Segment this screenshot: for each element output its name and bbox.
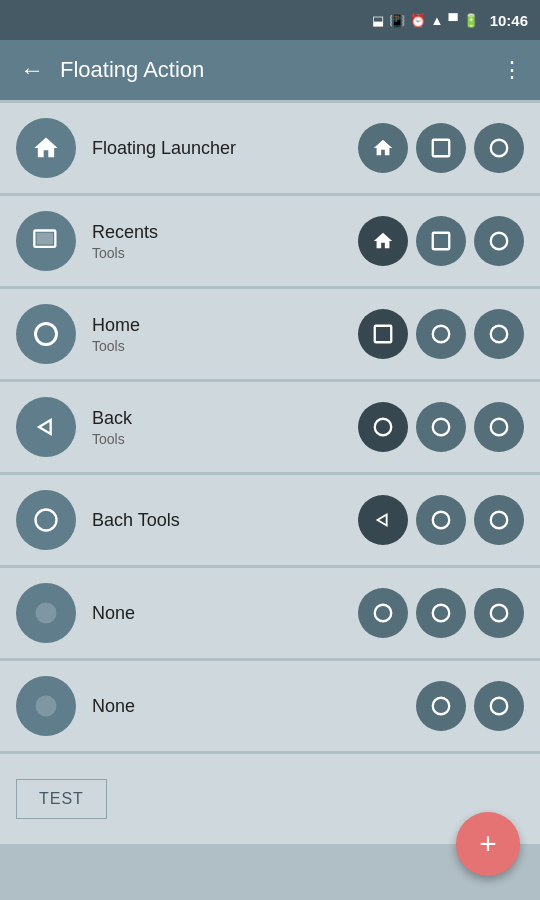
list-item[interactable]: None	[0, 568, 540, 658]
ctrl-square[interactable]	[416, 123, 466, 173]
bach-icon	[32, 506, 60, 534]
svg-point-12	[433, 419, 450, 436]
bluetooth-icon: ⬓	[372, 13, 384, 28]
ctrl-circle-6[interactable]	[416, 402, 466, 452]
item-controls	[358, 588, 524, 638]
svg-rect-7	[375, 326, 392, 343]
item-title: Back	[92, 408, 358, 429]
battery-icon: 🔋	[463, 13, 479, 28]
circle-icon-13	[430, 695, 452, 717]
circle-icon-14	[488, 695, 510, 717]
item-subtitle: Tools	[92, 338, 358, 354]
back-ctrl-icon	[372, 509, 394, 531]
content-area: Floating Launcher Recents Tools	[0, 103, 540, 844]
ctrl-circle-4[interactable]	[474, 309, 524, 359]
svg-rect-3	[37, 233, 53, 245]
svg-rect-0	[433, 140, 450, 157]
item-icon-recents	[16, 211, 76, 271]
status-time: 10:46	[490, 12, 528, 29]
svg-point-22	[36, 696, 57, 717]
svg-point-19	[375, 605, 392, 622]
page-title: Floating Action	[60, 57, 489, 83]
top-bar: ← Floating Action ⋮	[0, 40, 540, 100]
test-button[interactable]: TEST	[16, 779, 107, 819]
svg-marker-10	[39, 420, 51, 434]
circle-ctrl-icon	[488, 137, 510, 159]
status-bar: ⬓ 📳 ⏰ ▲ ▀ 🔋 10:46	[0, 0, 540, 40]
circle-icon-7	[488, 416, 510, 438]
svg-point-18	[36, 603, 57, 624]
square-ctrl-icon	[430, 137, 452, 159]
svg-point-23	[433, 698, 450, 715]
signal-icon: ▀	[448, 13, 457, 28]
fab-add-button[interactable]: +	[456, 812, 520, 876]
svg-point-21	[491, 605, 508, 622]
item-title: None	[92, 603, 358, 624]
svg-point-13	[491, 419, 508, 436]
ctrl-circle-8[interactable]	[416, 495, 466, 545]
square-icon-3	[372, 323, 394, 345]
ctrl-circle-10[interactable]	[358, 588, 408, 638]
item-subtitle: Tools	[92, 245, 358, 261]
list-item[interactable]: Home Tools	[0, 289, 540, 379]
item-controls	[358, 123, 524, 173]
item-icon-none2	[16, 676, 76, 736]
ctrl-circle[interactable]	[474, 123, 524, 173]
list-item[interactable]: Floating Launcher	[0, 103, 540, 193]
item-subtitle: Tools	[92, 431, 358, 447]
ctrl-circle-12[interactable]	[474, 588, 524, 638]
item-icon-home	[16, 118, 76, 178]
ctrl-circle-7[interactable]	[474, 402, 524, 452]
list-item[interactable]: Recents Tools	[0, 196, 540, 286]
svg-point-6	[36, 324, 57, 345]
svg-point-8	[433, 326, 450, 343]
ctrl-circle-13[interactable]	[416, 681, 466, 731]
svg-point-17	[491, 512, 508, 529]
svg-point-9	[491, 326, 508, 343]
circle-icon-2	[488, 230, 510, 252]
circle-icon-3	[430, 323, 452, 345]
home-icon-2	[372, 230, 394, 252]
svg-rect-4	[433, 233, 450, 250]
ctrl-circle-9[interactable]	[474, 495, 524, 545]
ctrl-back-5[interactable]	[358, 495, 408, 545]
item-icon-back	[16, 397, 76, 457]
list-item[interactable]: None	[0, 661, 540, 751]
svg-point-11	[375, 419, 392, 436]
ctrl-circle-2[interactable]	[474, 216, 524, 266]
back-icon	[32, 413, 60, 441]
fab-plus-icon: +	[479, 829, 497, 859]
svg-point-16	[433, 512, 450, 529]
ctrl-home-2[interactable]	[358, 216, 408, 266]
ctrl-square-3[interactable]	[358, 309, 408, 359]
ctrl-circle-3[interactable]	[416, 309, 466, 359]
item-title: Floating Launcher	[92, 138, 358, 159]
circle-icon-12	[488, 602, 510, 624]
item-icon-bach	[16, 490, 76, 550]
home-icon	[32, 134, 60, 162]
circle-icon-11	[430, 602, 452, 624]
item-icon-home2	[16, 304, 76, 364]
more-options-button[interactable]: ⋮	[501, 57, 524, 83]
item-title: Home	[92, 315, 358, 336]
ctrl-circle-5[interactable]	[358, 402, 408, 452]
svg-marker-15	[378, 515, 387, 526]
item-title: None	[92, 696, 416, 717]
none2-icon	[32, 692, 60, 720]
ctrl-square-2[interactable]	[416, 216, 466, 266]
recents-icon	[32, 227, 60, 255]
svg-point-24	[491, 698, 508, 715]
item-icon-none1	[16, 583, 76, 643]
back-button[interactable]: ←	[16, 52, 48, 88]
ctrl-circle-11[interactable]	[416, 588, 466, 638]
list-item[interactable]: Back Tools	[0, 382, 540, 472]
ctrl-home[interactable]	[358, 123, 408, 173]
item-controls	[358, 402, 524, 452]
svg-point-20	[433, 605, 450, 622]
circle-icon-10	[372, 602, 394, 624]
ctrl-circle-14[interactable]	[474, 681, 524, 731]
list-item[interactable]: Bach Tools	[0, 475, 540, 565]
item-controls	[416, 681, 524, 731]
vibrate-icon: 📳	[389, 13, 405, 28]
circle-icon-9	[488, 509, 510, 531]
